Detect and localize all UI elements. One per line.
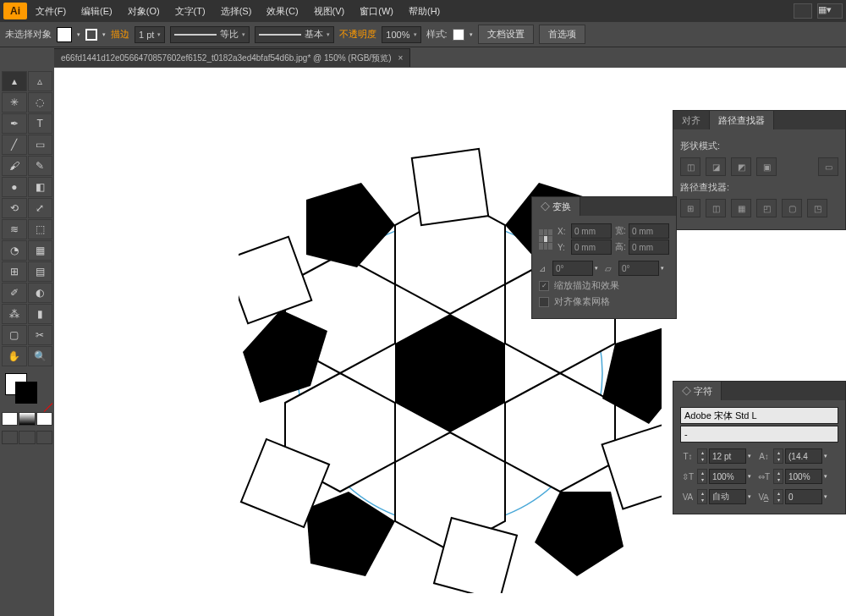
pen-tool[interactable]: ✒ bbox=[2, 113, 27, 134]
tab-transform[interactable]: ◇ 变换 bbox=[532, 197, 580, 216]
preferences-button[interactable]: 首选项 bbox=[539, 25, 585, 44]
x-input[interactable] bbox=[571, 223, 612, 239]
intersect-icon[interactable]: ◩ bbox=[731, 157, 751, 176]
rotate-input[interactable] bbox=[552, 261, 593, 276]
dash-profile[interactable]: 等比▾ bbox=[170, 26, 250, 43]
kerning-input[interactable] bbox=[709, 489, 746, 504]
reference-point[interactable] bbox=[539, 229, 552, 250]
menu-help[interactable]: 帮助(H) bbox=[402, 2, 447, 21]
scale-strokes-check[interactable]: ✓缩放描边和效果 bbox=[539, 279, 669, 292]
leading-input[interactable] bbox=[785, 448, 822, 464]
w-input[interactable] bbox=[629, 223, 669, 239]
eraser-tool[interactable]: ◧ bbox=[28, 177, 53, 197]
draw-inside[interactable] bbox=[36, 431, 52, 444]
pencil-tool[interactable]: ✎ bbox=[28, 156, 53, 176]
direct-selection-tool[interactable]: ▵ bbox=[28, 71, 53, 91]
slice-tool[interactable]: ✂ bbox=[28, 325, 53, 345]
zoom-tool[interactable]: 🔍 bbox=[28, 346, 53, 366]
stroke-color[interactable] bbox=[15, 382, 37, 404]
font-family-input[interactable] bbox=[680, 407, 838, 424]
fill-stroke-swatches[interactable] bbox=[2, 373, 52, 407]
color-mode[interactable] bbox=[2, 412, 18, 426]
hscale-stepper[interactable]: ▴▾ bbox=[773, 469, 783, 484]
lasso-tool[interactable]: ◌ bbox=[28, 92, 53, 113]
mesh-tool[interactable]: ⊞ bbox=[2, 261, 27, 282]
width-tool[interactable]: ≋ bbox=[2, 219, 27, 239]
leading-stepper[interactable]: ▴▾ bbox=[773, 448, 783, 464]
menu-effect[interactable]: 效果(C) bbox=[260, 2, 305, 21]
stroke-swatch[interactable] bbox=[85, 29, 97, 41]
close-icon[interactable]: × bbox=[398, 53, 403, 63]
scale-tool[interactable]: ⤢ bbox=[28, 198, 53, 218]
magic-wand-tool[interactable]: ✳ bbox=[2, 92, 27, 113]
line-tool[interactable]: ╱ bbox=[2, 135, 27, 155]
graph-tool[interactable]: ▮ bbox=[28, 304, 53, 324]
paintbrush-tool[interactable]: 🖌 bbox=[2, 156, 27, 176]
svg-marker-4 bbox=[505, 373, 615, 492]
font-style-input[interactable] bbox=[680, 426, 838, 443]
menu-object[interactable]: 对象(O) bbox=[121, 2, 167, 21]
draw-normal[interactable] bbox=[2, 431, 18, 444]
y-input[interactable] bbox=[571, 239, 612, 255]
menu-view[interactable]: 视图(V) bbox=[307, 2, 352, 21]
draw-behind[interactable] bbox=[19, 431, 35, 444]
hand-tool[interactable]: ✋ bbox=[2, 346, 27, 366]
rotate-tool[interactable]: ⟲ bbox=[2, 198, 27, 218]
fill-swatch[interactable] bbox=[57, 27, 72, 42]
opacity-input[interactable]: 100%▾ bbox=[382, 26, 420, 43]
gradient-mode[interactable] bbox=[19, 412, 35, 426]
workspace-btn[interactable] bbox=[794, 3, 812, 19]
opacity-label[interactable]: 不透明度 bbox=[339, 28, 376, 41]
selection-tool[interactable]: ▴ bbox=[2, 71, 27, 91]
font-size-input[interactable] bbox=[709, 448, 746, 464]
free-transform-tool[interactable]: ⬚ bbox=[28, 219, 53, 239]
pathfinders-label: 路径查找器: bbox=[680, 181, 838, 194]
none-mode[interactable] bbox=[36, 412, 52, 426]
symbol-sprayer-tool[interactable]: ⁂ bbox=[2, 304, 27, 324]
menu-window[interactable]: 窗口(W) bbox=[353, 2, 400, 21]
kerning-stepper[interactable]: ▴▾ bbox=[697, 489, 707, 504]
gradient-tool[interactable]: ▤ bbox=[28, 261, 53, 282]
size-stepper[interactable]: ▴▾ bbox=[697, 448, 707, 464]
vscale-stepper[interactable]: ▴▾ bbox=[697, 469, 707, 484]
style-swatch[interactable] bbox=[453, 29, 464, 41]
minus-back-icon[interactable]: ◳ bbox=[807, 199, 827, 217]
tab-character[interactable]: ◇ 字符 bbox=[673, 382, 722, 400]
stroke-label[interactable]: 描边 bbox=[111, 28, 129, 41]
eyedropper-tool[interactable]: ✐ bbox=[2, 283, 27, 303]
blob-brush-tool[interactable]: ● bbox=[2, 177, 27, 197]
document-tab[interactable]: e66fd1441d12e0566470857602ef6152_t0182a3… bbox=[54, 48, 410, 67]
merge-icon[interactable]: ▦ bbox=[731, 199, 751, 217]
unite-icon[interactable]: ◫ bbox=[680, 157, 700, 176]
align-pixel-check[interactable]: 对齐像素网格 bbox=[539, 295, 669, 308]
tracking-stepper[interactable]: ▴▾ bbox=[773, 489, 783, 504]
h-input[interactable] bbox=[629, 239, 669, 255]
divide-icon[interactable]: ⊞ bbox=[680, 199, 700, 217]
menu-type[interactable]: 文字(T) bbox=[168, 2, 212, 21]
perspective-tool[interactable]: ▦ bbox=[28, 240, 53, 261]
shear-input[interactable] bbox=[618, 261, 659, 276]
tracking-input[interactable] bbox=[785, 489, 822, 504]
exclude-icon[interactable]: ▣ bbox=[756, 157, 777, 176]
tab-pathfinder[interactable]: 路径查找器 bbox=[710, 111, 774, 129]
vscale-input[interactable] bbox=[709, 469, 746, 484]
hscale-input[interactable] bbox=[785, 469, 822, 484]
tab-align[interactable]: 对齐 bbox=[673, 111, 710, 129]
artboard-tool[interactable]: ▢ bbox=[2, 325, 27, 345]
menu-edit[interactable]: 编辑(E) bbox=[74, 2, 119, 21]
stroke-weight-input[interactable]: 1 pt▾ bbox=[135, 26, 165, 43]
minus-front-icon[interactable]: ◪ bbox=[706, 157, 726, 176]
rectangle-tool[interactable]: ▭ bbox=[28, 135, 53, 155]
width-profile[interactable]: 基本▾ bbox=[255, 26, 334, 43]
shape-builder-tool[interactable]: ◔ bbox=[2, 240, 27, 261]
outline-icon[interactable]: ▢ bbox=[782, 199, 802, 217]
doc-setup-button[interactable]: 文档设置 bbox=[478, 25, 534, 44]
menu-file[interactable]: 文件(F) bbox=[29, 2, 73, 21]
menu-select[interactable]: 选择(S) bbox=[214, 2, 259, 21]
arrange-btn[interactable]: ▦▾ bbox=[817, 3, 843, 19]
expand-icon[interactable]: ▭ bbox=[818, 157, 838, 176]
trim-icon[interactable]: ◫ bbox=[706, 199, 726, 217]
type-tool[interactable]: T bbox=[28, 113, 53, 134]
blend-tool[interactable]: ◐ bbox=[28, 283, 53, 303]
crop-icon[interactable]: ◰ bbox=[756, 199, 777, 217]
